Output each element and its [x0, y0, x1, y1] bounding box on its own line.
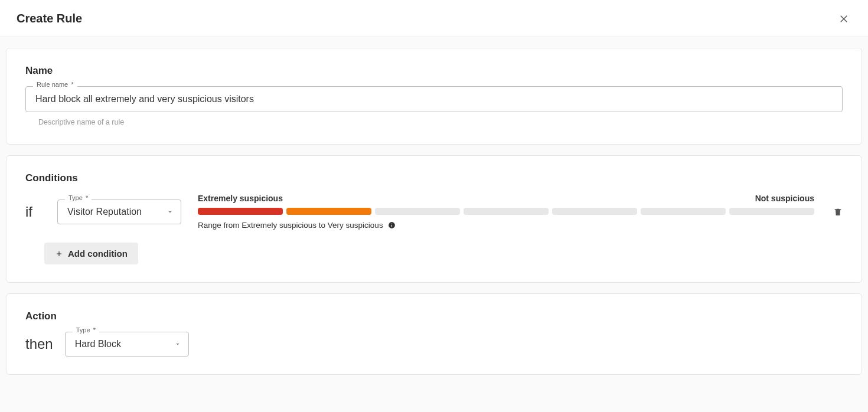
chevron-down-icon	[167, 208, 174, 215]
slider-range-description: Range from Extremely suspicious to Very …	[198, 221, 814, 230]
slider-right-label: Not suspicious	[755, 194, 814, 203]
rule-name-field[interactable]: Rule name *	[25, 86, 843, 112]
action-section-title: Action	[25, 310, 843, 322]
condition-type-value: Visitor Reputation	[67, 207, 142, 217]
condition-row: if Type * Visitor Reputation Extremely s…	[25, 194, 843, 230]
plus-icon	[55, 250, 63, 258]
slider-segment-2[interactable]	[286, 208, 371, 215]
info-icon[interactable]	[388, 221, 396, 229]
if-label: if	[25, 204, 47, 220]
action-row: then Type * Hard Block	[25, 332, 843, 357]
slider-segment-7[interactable]	[729, 208, 814, 215]
conditions-card: Conditions if Type * Visitor Reputation …	[6, 155, 862, 283]
action-type-select[interactable]: Type * Hard Block	[65, 332, 189, 357]
reputation-slider[interactable]	[198, 208, 814, 215]
add-condition-button[interactable]: Add condition	[44, 243, 138, 264]
close-icon	[838, 13, 849, 24]
dialog-header: Create Rule	[0, 0, 868, 37]
name-section-title: Name	[25, 65, 843, 77]
delete-condition-button[interactable]	[833, 207, 843, 217]
conditions-section-title: Conditions	[25, 172, 843, 184]
chevron-down-icon	[174, 341, 181, 348]
action-type-label: Type *	[73, 327, 99, 333]
then-label: then	[25, 336, 53, 352]
action-type-value: Hard Block	[75, 339, 121, 349]
slider-segment-5[interactable]	[552, 208, 637, 215]
slider-segment-6[interactable]	[641, 208, 726, 215]
slider-segment-4[interactable]	[464, 208, 549, 215]
rule-name-helper: Descriptive name of a rule	[38, 118, 843, 126]
name-card: Name Rule name * Descriptive name of a r…	[6, 48, 862, 145]
action-card: Action then Type * Hard Block	[6, 293, 862, 375]
dialog-title: Create Rule	[17, 12, 82, 25]
rule-name-input[interactable]	[26, 87, 842, 112]
trash-icon	[833, 207, 843, 217]
slider-segment-3[interactable]	[375, 208, 460, 215]
content-area: Name Rule name * Descriptive name of a r…	[0, 37, 868, 396]
condition-type-label: Type *	[65, 195, 92, 201]
add-condition-row: Add condition	[44, 243, 843, 264]
rule-name-label: Rule name *	[33, 81, 77, 88]
slider-segment-1[interactable]	[198, 208, 283, 215]
slider-labels: Extremely suspicious Not suspicious	[198, 194, 814, 203]
close-button[interactable]	[836, 11, 851, 26]
reputation-slider-area: Extremely suspicious Not suspicious Rang…	[198, 194, 814, 230]
condition-type-select[interactable]: Type * Visitor Reputation	[57, 200, 181, 224]
slider-left-label: Extremely suspicious	[198, 194, 283, 203]
